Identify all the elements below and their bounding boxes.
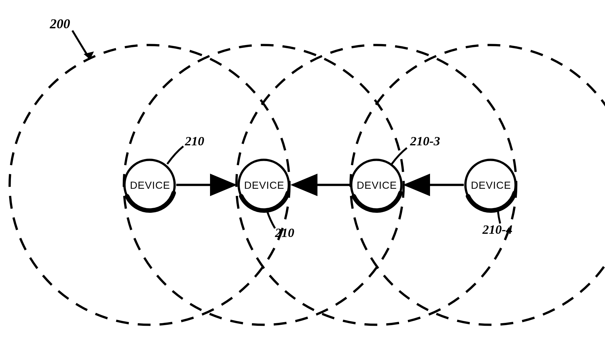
diagram-canvas: 200 DEVICE DEVICE DEVICE DEVICE 210 210 … — [0, 0, 605, 364]
ref-210-1: 210 — [185, 133, 204, 149]
leader-210-1 — [167, 146, 183, 164]
leader-210-2 — [267, 211, 275, 228]
ref-210-2: 210 — [275, 225, 294, 240]
device-4-label: DEVICE — [471, 179, 510, 191]
figure-ref-label: 200 — [50, 16, 70, 32]
ref-210-4: 210-4 — [482, 222, 512, 237]
leader-210-4 — [498, 211, 500, 223]
device-1-label: DEVICE — [130, 179, 169, 191]
device-2-label: DEVICE — [244, 179, 283, 191]
device-3-label: DEVICE — [357, 179, 396, 191]
diagram-svg — [0, 0, 605, 364]
ref-210-3: 210-3 — [410, 133, 440, 149]
